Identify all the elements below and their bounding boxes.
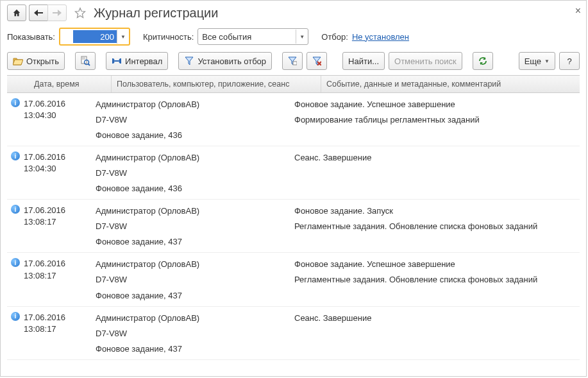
funnel-cell-icon bbox=[287, 56, 298, 66]
find-in-log-button[interactable] bbox=[75, 52, 96, 70]
cell-user: Администратор (ОрловАВ)D7-V8WФоновое зад… bbox=[96, 150, 294, 196]
cancel-find-button[interactable]: Отменить поиск bbox=[389, 52, 462, 70]
help-label: ? bbox=[567, 56, 571, 66]
col-user[interactable]: Пользователь, компьютер, приложение, сеа… bbox=[112, 76, 321, 92]
svg-rect-8 bbox=[293, 62, 297, 65]
page-title: Журнал регистрации bbox=[94, 6, 218, 21]
forward-button[interactable] bbox=[47, 4, 67, 21]
cancel-find-label: Отменить поиск bbox=[394, 56, 457, 66]
col-event[interactable]: Событие, данные и метаданные, комментари… bbox=[321, 76, 580, 92]
cell-user: Администратор (ОрловАВ)D7-V8WФоновое зад… bbox=[96, 257, 294, 303]
col-datetime[interactable]: Дата, время bbox=[29, 76, 112, 92]
find-button[interactable]: Найти... bbox=[342, 52, 385, 70]
info-icon: i bbox=[11, 205, 20, 214]
show-label: Показывать: bbox=[7, 32, 55, 42]
filter-row: Показывать: ▼ Критичность: ▼ Отбор: Не у… bbox=[1, 25, 586, 52]
help-button[interactable]: ? bbox=[559, 52, 580, 70]
cell-event: Сеанс. Завершение bbox=[294, 311, 580, 357]
table-header: Дата, время Пользователь, компьютер, при… bbox=[7, 75, 580, 93]
set-filter-button[interactable]: Установить отбор bbox=[178, 52, 272, 70]
cell-datetime: 17.06.201613:04:30 bbox=[24, 97, 96, 143]
cell-datetime: 17.06.201613:08:17 bbox=[24, 311, 96, 357]
show-count-input[interactable] bbox=[73, 30, 117, 43]
toolbar: Открыть Интервал Установить отбор bbox=[1, 52, 586, 75]
table-row[interactable]: i17.06.201613:08:17Администратор (ОрловА… bbox=[7, 253, 580, 306]
close-button[interactable]: × bbox=[575, 6, 581, 16]
more-label: Еще bbox=[525, 56, 541, 66]
refresh-icon bbox=[478, 56, 488, 66]
info-icon: i bbox=[11, 151, 20, 160]
chevron-down-icon: ▼ bbox=[544, 58, 550, 64]
cell-event: Фоновое задание. Успешное завершениеРегл… bbox=[294, 257, 580, 303]
filter-label: Отбор: bbox=[321, 32, 348, 42]
filter-cell-button[interactable] bbox=[282, 52, 303, 70]
info-icon: i bbox=[11, 258, 20, 267]
favorite-star-icon[interactable] bbox=[73, 6, 87, 20]
open-button[interactable]: Открыть bbox=[7, 52, 65, 70]
cell-event: Фоновое задание. Успешное завершениеФорм… bbox=[294, 97, 580, 143]
info-icon: i bbox=[11, 98, 20, 107]
table-body[interactable]: i17.06.201613:04:30Администратор (ОрловА… bbox=[7, 93, 580, 369]
more-button[interactable]: Еще ▼ bbox=[519, 52, 555, 70]
cell-user: Администратор (ОрловАВ)D7-V8WФоновое зад… bbox=[96, 97, 294, 143]
interval-icon bbox=[112, 56, 122, 66]
cell-event: Сеанс. Завершение bbox=[294, 150, 580, 196]
severity-select[interactable]: ▼ bbox=[197, 28, 308, 45]
funnel-clear-icon bbox=[312, 56, 322, 66]
cell-datetime: 17.06.201613:08:17 bbox=[24, 257, 96, 303]
interval-button[interactable]: Интервал bbox=[106, 52, 168, 70]
severity-label: Критичность: bbox=[143, 32, 194, 42]
back-button[interactable] bbox=[29, 4, 47, 21]
find-label: Найти... bbox=[348, 56, 379, 66]
home-icon bbox=[12, 8, 22, 18]
interval-label: Интервал bbox=[125, 56, 162, 66]
info-icon: i bbox=[11, 312, 20, 321]
find-glass-icon bbox=[80, 56, 90, 66]
cell-user: Администратор (ОрловАВ)D7-V8WФоновое зад… bbox=[96, 311, 294, 357]
arrow-right-icon bbox=[52, 8, 62, 18]
cell-user: Администратор (ОрловАВ)D7-V8WФоновое зад… bbox=[96, 203, 294, 250]
table-row[interactable]: i17.06.201613:08:17Администратор (ОрловА… bbox=[7, 200, 580, 253]
home-button[interactable] bbox=[7, 4, 26, 21]
svg-line-4 bbox=[88, 64, 90, 66]
filter-link[interactable]: Не установлен bbox=[352, 32, 409, 42]
severity-input[interactable] bbox=[198, 32, 296, 42]
cell-datetime: 17.06.201613:08:17 bbox=[24, 203, 96, 250]
severity-dropdown[interactable]: ▼ bbox=[296, 30, 308, 44]
funnel-icon bbox=[184, 56, 194, 66]
table-row[interactable]: i17.06.201613:04:30Администратор (ОрловА… bbox=[7, 93, 580, 146]
arrow-left-icon bbox=[33, 8, 44, 18]
titlebar: Журнал регистрации × bbox=[1, 1, 586, 25]
show-count-field[interactable]: ▼ bbox=[59, 28, 130, 46]
open-folder-icon bbox=[13, 56, 23, 66]
open-label: Открыть bbox=[26, 56, 59, 66]
table-row[interactable]: i17.06.201613:08:17Администратор (ОрловА… bbox=[7, 307, 580, 360]
cell-event: Фоновое задание. ЗапускРегламентные зада… bbox=[294, 203, 580, 250]
cell-datetime: 17.06.201613:04:30 bbox=[24, 150, 96, 196]
set-filter-label: Установить отбор bbox=[197, 56, 266, 66]
show-count-dropdown[interactable]: ▼ bbox=[117, 30, 129, 44]
refresh-button[interactable] bbox=[473, 52, 493, 70]
clear-filter-button[interactable] bbox=[307, 52, 327, 70]
table-row[interactable]: i17.06.201613:04:30Администратор (ОрловА… bbox=[7, 146, 580, 200]
